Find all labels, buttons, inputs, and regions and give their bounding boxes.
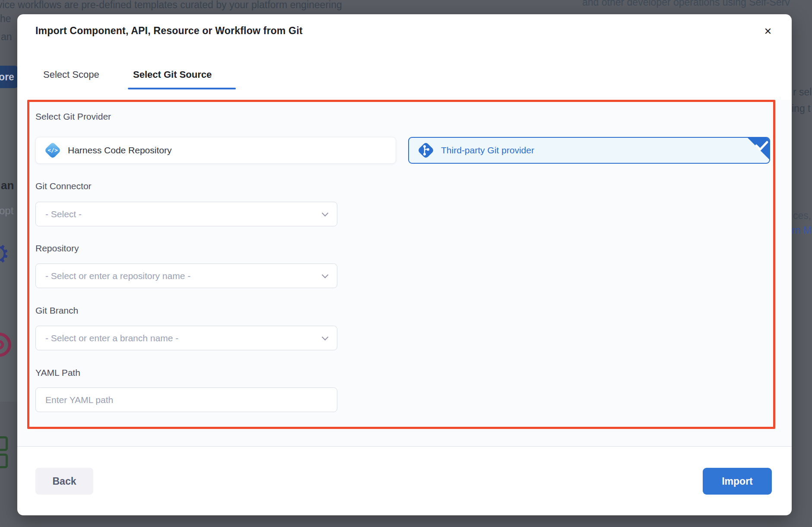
dimmed-page-overlay: vice workflows are pre-defined templates… — [0, 0, 812, 527]
chevron-down-icon — [322, 334, 329, 341]
chevron-down-icon — [322, 272, 329, 279]
modal-title: Import Component, API, Resource or Workf… — [35, 25, 303, 37]
active-tab-underline — [128, 88, 236, 89]
code-icon: </> — [44, 141, 62, 159]
git-branch-select[interactable]: - Select or enter a branch name - — [35, 326, 337, 350]
provider-option-label: Harness Code Repository — [68, 145, 171, 156]
import-from-git-modal: Import Component, API, Resource or Workf… — [17, 14, 792, 515]
background-fragment: he — [0, 13, 11, 25]
close-icon[interactable]: ✕ — [758, 22, 777, 41]
git-connector-label: Git Connector — [35, 181, 92, 191]
background-fragment: ing t — [792, 103, 810, 114]
background-button-fragment: ore — [0, 66, 18, 88]
back-button[interactable]: Back — [35, 468, 93, 495]
yaml-path-label: YAML Path — [35, 368, 80, 378]
footer-divider — [17, 446, 792, 447]
git-icon — [417, 141, 435, 159]
repository-label: Repository — [35, 243, 79, 254]
yaml-path-input[interactable] — [35, 387, 337, 412]
provider-option-third-party[interactable]: Third-party Git provider — [408, 137, 770, 164]
gear-icon: ⚙ — [0, 240, 10, 268]
select-placeholder: - Select or enter a branch name - — [45, 333, 322, 343]
background-fragment: an — [1, 179, 14, 192]
tab-select-git-source[interactable]: Select Git Source — [133, 69, 212, 80]
background-link-fragment: rn M — [792, 225, 812, 236]
background-text-top-right: and other developer operations using Sel… — [582, 0, 790, 8]
provider-option-harness-code[interactable]: </> Harness Code Repository — [35, 137, 396, 164]
git-provider-label: Select Git Provider — [35, 111, 111, 123]
background-fragment: an — [1, 31, 12, 43]
provider-option-label: Third-party Git provider — [441, 145, 534, 156]
checkbox-outline-icon — [0, 436, 8, 451]
check-icon — [746, 137, 770, 161]
chevron-down-icon — [322, 210, 329, 217]
select-placeholder: - Select or enter a repository name - — [45, 271, 322, 281]
tab-select-scope[interactable]: Select Scope — [43, 69, 99, 80]
import-button[interactable]: Import — [703, 468, 772, 495]
repository-select[interactable]: - Select or enter a repository name - — [35, 264, 337, 288]
checkbox-outline-icon — [0, 454, 8, 468]
background-fragment: opt — [0, 205, 13, 217]
git-connector-select[interactable]: - Select - — [35, 202, 337, 226]
background-fragment: r sel — [793, 86, 812, 98]
select-placeholder: - Select - — [45, 209, 322, 219]
background-text-top-left: vice workflows are pre-defined templates… — [0, 0, 342, 11]
git-branch-label: Git Branch — [35, 305, 78, 316]
highlight-annotation-box: Select Git Provider </> Harness Code Rep… — [27, 100, 775, 429]
background-fragment: ces, — [793, 210, 811, 222]
